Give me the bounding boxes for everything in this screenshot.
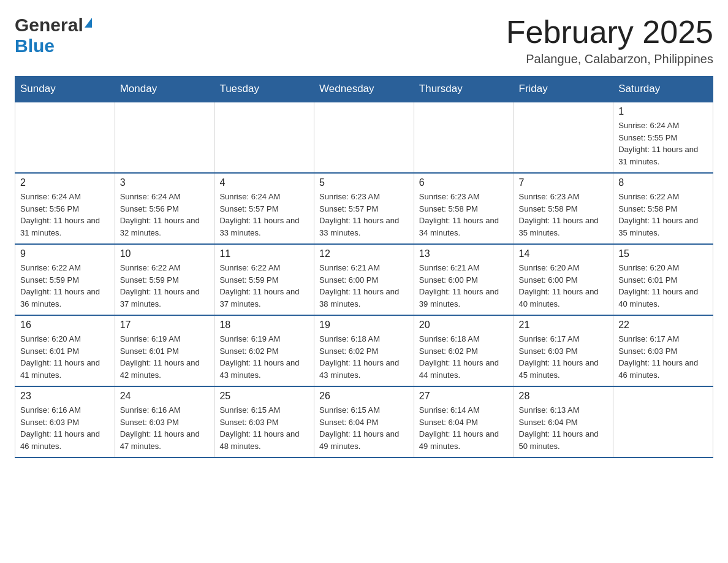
calendar-week-4: 16Sunrise: 6:20 AMSunset: 6:01 PMDayligh…: [15, 315, 713, 386]
day-number: 12: [319, 248, 409, 259]
calendar-header-tuesday: Tuesday: [214, 77, 314, 102]
day-number: 3: [120, 177, 210, 188]
calendar-cell: 21Sunrise: 6:17 AMSunset: 6:03 PMDayligh…: [514, 315, 613, 386]
calendar-cell: 13Sunrise: 6:21 AMSunset: 6:00 PMDayligh…: [414, 244, 514, 315]
page-header: General Blue February 2025 Palangue, Cal…: [15, 15, 713, 66]
day-info: Sunrise: 6:18 AMSunset: 6:02 PMDaylight:…: [319, 333, 409, 381]
calendar-cell: 5Sunrise: 6:23 AMSunset: 5:57 PMDaylight…: [314, 173, 414, 244]
calendar-cell: 16Sunrise: 6:20 AMSunset: 6:01 PMDayligh…: [15, 315, 115, 386]
day-info: Sunrise: 6:15 AMSunset: 6:04 PMDaylight:…: [319, 404, 409, 452]
calendar-cell: 17Sunrise: 6:19 AMSunset: 6:01 PMDayligh…: [115, 315, 214, 386]
calendar-cell: 27Sunrise: 6:14 AMSunset: 6:04 PMDayligh…: [414, 386, 514, 458]
calendar-cell: [15, 102, 115, 173]
calendar-cell: 24Sunrise: 6:16 AMSunset: 6:03 PMDayligh…: [115, 386, 214, 458]
calendar-header-row: SundayMondayTuesdayWednesdayThursdayFrid…: [15, 77, 713, 102]
day-info: Sunrise: 6:24 AMSunset: 5:56 PMDaylight:…: [20, 191, 110, 239]
day-info: Sunrise: 6:16 AMSunset: 6:03 PMDaylight:…: [120, 404, 210, 452]
day-number: 22: [618, 320, 708, 331]
day-number: 21: [519, 320, 609, 331]
day-number: 28: [519, 391, 609, 402]
day-info: Sunrise: 6:22 AMSunset: 5:58 PMDaylight:…: [618, 191, 708, 239]
calendar-header-thursday: Thursday: [414, 77, 514, 102]
day-number: 1: [618, 106, 708, 117]
calendar-cell: 2Sunrise: 6:24 AMSunset: 5:56 PMDaylight…: [15, 173, 115, 244]
day-number: 23: [20, 391, 110, 402]
calendar-cell: 23Sunrise: 6:16 AMSunset: 6:03 PMDayligh…: [15, 386, 115, 458]
day-number: 10: [120, 248, 210, 259]
day-number: 27: [419, 391, 509, 402]
calendar-header-saturday: Saturday: [613, 77, 713, 102]
calendar-header-sunday: Sunday: [15, 77, 115, 102]
day-number: 15: [618, 248, 708, 259]
day-number: 13: [419, 248, 509, 259]
day-number: 2: [20, 177, 110, 188]
calendar-cell: [613, 386, 713, 458]
logo-blue: Blue: [15, 36, 55, 56]
day-number: 11: [219, 248, 309, 259]
calendar-cell: 19Sunrise: 6:18 AMSunset: 6:02 PMDayligh…: [314, 315, 414, 386]
calendar-week-5: 23Sunrise: 6:16 AMSunset: 6:03 PMDayligh…: [15, 386, 713, 458]
calendar-cell: [514, 102, 613, 173]
day-number: 16: [20, 320, 110, 331]
calendar-cell: 11Sunrise: 6:22 AMSunset: 5:59 PMDayligh…: [214, 244, 314, 315]
day-info: Sunrise: 6:13 AMSunset: 6:04 PMDaylight:…: [519, 404, 609, 452]
calendar-cell: [314, 102, 414, 173]
day-info: Sunrise: 6:18 AMSunset: 6:02 PMDaylight:…: [419, 333, 509, 381]
day-info: Sunrise: 6:22 AMSunset: 5:59 PMDaylight:…: [120, 262, 210, 310]
calendar-cell: 14Sunrise: 6:20 AMSunset: 6:00 PMDayligh…: [514, 244, 613, 315]
calendar-header-wednesday: Wednesday: [314, 77, 414, 102]
title-block: February 2025 Palangue, Calabarzon, Phil…: [506, 15, 713, 66]
calendar-cell: 15Sunrise: 6:20 AMSunset: 6:01 PMDayligh…: [613, 244, 713, 315]
calendar-cell: 3Sunrise: 6:24 AMSunset: 5:56 PMDaylight…: [115, 173, 214, 244]
day-info: Sunrise: 6:19 AMSunset: 6:02 PMDaylight:…: [219, 333, 309, 381]
day-number: 17: [120, 320, 210, 331]
day-info: Sunrise: 6:14 AMSunset: 6:04 PMDaylight:…: [419, 404, 509, 452]
calendar-week-1: 1Sunrise: 6:24 AMSunset: 5:55 PMDaylight…: [15, 102, 713, 173]
day-info: Sunrise: 6:16 AMSunset: 6:03 PMDaylight:…: [20, 404, 110, 452]
day-info: Sunrise: 6:23 AMSunset: 5:58 PMDaylight:…: [519, 191, 609, 239]
day-info: Sunrise: 6:15 AMSunset: 6:03 PMDaylight:…: [219, 404, 309, 452]
day-number: 25: [219, 391, 309, 402]
day-info: Sunrise: 6:20 AMSunset: 6:00 PMDaylight:…: [519, 262, 609, 310]
day-number: 24: [120, 391, 210, 402]
day-info: Sunrise: 6:23 AMSunset: 5:57 PMDaylight:…: [319, 191, 409, 239]
day-info: Sunrise: 6:17 AMSunset: 6:03 PMDaylight:…: [519, 333, 609, 381]
day-info: Sunrise: 6:24 AMSunset: 5:56 PMDaylight:…: [120, 191, 210, 239]
day-number: 6: [419, 177, 509, 188]
day-number: 14: [519, 248, 609, 259]
day-info: Sunrise: 6:20 AMSunset: 6:01 PMDaylight:…: [618, 262, 708, 310]
day-info: Sunrise: 6:17 AMSunset: 6:03 PMDaylight:…: [618, 333, 708, 381]
calendar-cell: 12Sunrise: 6:21 AMSunset: 6:00 PMDayligh…: [314, 244, 414, 315]
day-info: Sunrise: 6:19 AMSunset: 6:01 PMDaylight:…: [120, 333, 210, 381]
calendar-header-monday: Monday: [115, 77, 214, 102]
day-number: 8: [618, 177, 708, 188]
calendar-table: SundayMondayTuesdayWednesdayThursdayFrid…: [15, 76, 713, 458]
day-number: 26: [319, 391, 409, 402]
calendar-cell: [414, 102, 514, 173]
calendar-cell: 22Sunrise: 6:17 AMSunset: 6:03 PMDayligh…: [613, 315, 713, 386]
day-info: Sunrise: 6:22 AMSunset: 5:59 PMDaylight:…: [219, 262, 309, 310]
calendar-cell: 10Sunrise: 6:22 AMSunset: 5:59 PMDayligh…: [115, 244, 214, 315]
logo-triangle-icon: [85, 18, 92, 28]
day-number: 18: [219, 320, 309, 331]
day-info: Sunrise: 6:21 AMSunset: 6:00 PMDaylight:…: [319, 262, 409, 310]
calendar-cell: [115, 102, 214, 173]
calendar-cell: 25Sunrise: 6:15 AMSunset: 6:03 PMDayligh…: [214, 386, 314, 458]
day-info: Sunrise: 6:21 AMSunset: 6:00 PMDaylight:…: [419, 262, 509, 310]
logo: General Blue: [15, 15, 92, 56]
calendar-cell: [214, 102, 314, 173]
day-number: 7: [519, 177, 609, 188]
day-info: Sunrise: 6:24 AMSunset: 5:57 PMDaylight:…: [219, 191, 309, 239]
month-title: February 2025: [506, 15, 713, 50]
calendar-week-3: 9Sunrise: 6:22 AMSunset: 5:59 PMDaylight…: [15, 244, 713, 315]
day-number: 4: [219, 177, 309, 188]
day-number: 9: [20, 248, 110, 259]
day-info: Sunrise: 6:20 AMSunset: 6:01 PMDaylight:…: [20, 333, 110, 381]
day-number: 5: [319, 177, 409, 188]
day-number: 19: [319, 320, 409, 331]
day-info: Sunrise: 6:22 AMSunset: 5:59 PMDaylight:…: [20, 262, 110, 310]
calendar-cell: 26Sunrise: 6:15 AMSunset: 6:04 PMDayligh…: [314, 386, 414, 458]
calendar-cell: 9Sunrise: 6:22 AMSunset: 5:59 PMDaylight…: [15, 244, 115, 315]
calendar-cell: 6Sunrise: 6:23 AMSunset: 5:58 PMDaylight…: [414, 173, 514, 244]
calendar-cell: 28Sunrise: 6:13 AMSunset: 6:04 PMDayligh…: [514, 386, 613, 458]
